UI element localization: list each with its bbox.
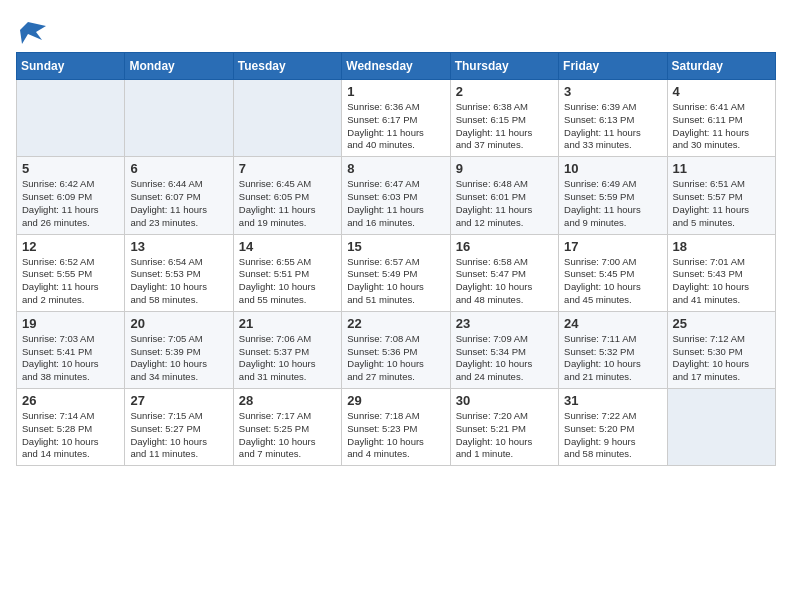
day-info: Sunrise: 7:11 AM Sunset: 5:32 PM Dayligh…	[564, 333, 661, 384]
calendar-table: SundayMondayTuesdayWednesdayThursdayFrid…	[16, 52, 776, 466]
calendar-cell: 8Sunrise: 6:47 AM Sunset: 6:03 PM Daylig…	[342, 157, 450, 234]
calendar-cell: 17Sunrise: 7:00 AM Sunset: 5:45 PM Dayli…	[559, 234, 667, 311]
day-info: Sunrise: 6:58 AM Sunset: 5:47 PM Dayligh…	[456, 256, 553, 307]
day-info: Sunrise: 7:06 AM Sunset: 5:37 PM Dayligh…	[239, 333, 336, 384]
calendar-header-row: SundayMondayTuesdayWednesdayThursdayFrid…	[17, 53, 776, 80]
calendar-cell: 20Sunrise: 7:05 AM Sunset: 5:39 PM Dayli…	[125, 311, 233, 388]
day-number: 25	[673, 316, 770, 331]
day-number: 9	[456, 161, 553, 176]
day-number: 12	[22, 239, 119, 254]
day-info: Sunrise: 7:01 AM Sunset: 5:43 PM Dayligh…	[673, 256, 770, 307]
calendar-week-0: 1Sunrise: 6:36 AM Sunset: 6:17 PM Daylig…	[17, 80, 776, 157]
calendar-cell: 24Sunrise: 7:11 AM Sunset: 5:32 PM Dayli…	[559, 311, 667, 388]
calendar-cell: 16Sunrise: 6:58 AM Sunset: 5:47 PM Dayli…	[450, 234, 558, 311]
day-number: 28	[239, 393, 336, 408]
calendar-cell: 29Sunrise: 7:18 AM Sunset: 5:23 PM Dayli…	[342, 389, 450, 466]
day-info: Sunrise: 7:03 AM Sunset: 5:41 PM Dayligh…	[22, 333, 119, 384]
calendar-cell	[233, 80, 341, 157]
calendar-cell: 15Sunrise: 6:57 AM Sunset: 5:49 PM Dayli…	[342, 234, 450, 311]
calendar-cell	[17, 80, 125, 157]
day-number: 27	[130, 393, 227, 408]
day-info: Sunrise: 7:12 AM Sunset: 5:30 PM Dayligh…	[673, 333, 770, 384]
calendar-cell: 12Sunrise: 6:52 AM Sunset: 5:55 PM Dayli…	[17, 234, 125, 311]
day-number: 31	[564, 393, 661, 408]
day-info: Sunrise: 7:15 AM Sunset: 5:27 PM Dayligh…	[130, 410, 227, 461]
calendar-cell: 30Sunrise: 7:20 AM Sunset: 5:21 PM Dayli…	[450, 389, 558, 466]
day-number: 23	[456, 316, 553, 331]
calendar-cell: 27Sunrise: 7:15 AM Sunset: 5:27 PM Dayli…	[125, 389, 233, 466]
day-number: 30	[456, 393, 553, 408]
calendar-cell: 14Sunrise: 6:55 AM Sunset: 5:51 PM Dayli…	[233, 234, 341, 311]
day-info: Sunrise: 7:18 AM Sunset: 5:23 PM Dayligh…	[347, 410, 444, 461]
calendar-cell: 10Sunrise: 6:49 AM Sunset: 5:59 PM Dayli…	[559, 157, 667, 234]
day-number: 1	[347, 84, 444, 99]
day-info: Sunrise: 6:52 AM Sunset: 5:55 PM Dayligh…	[22, 256, 119, 307]
day-number: 6	[130, 161, 227, 176]
calendar-cell: 6Sunrise: 6:44 AM Sunset: 6:07 PM Daylig…	[125, 157, 233, 234]
calendar-cell: 7Sunrise: 6:45 AM Sunset: 6:05 PM Daylig…	[233, 157, 341, 234]
day-number: 19	[22, 316, 119, 331]
header-saturday: Saturday	[667, 53, 775, 80]
calendar-cell: 4Sunrise: 6:41 AM Sunset: 6:11 PM Daylig…	[667, 80, 775, 157]
day-number: 18	[673, 239, 770, 254]
day-info: Sunrise: 6:38 AM Sunset: 6:15 PM Dayligh…	[456, 101, 553, 152]
day-info: Sunrise: 6:36 AM Sunset: 6:17 PM Dayligh…	[347, 101, 444, 152]
calendar-cell: 25Sunrise: 7:12 AM Sunset: 5:30 PM Dayli…	[667, 311, 775, 388]
logo-bird-icon	[18, 16, 46, 44]
calendar-cell	[125, 80, 233, 157]
day-number: 15	[347, 239, 444, 254]
day-number: 3	[564, 84, 661, 99]
header-wednesday: Wednesday	[342, 53, 450, 80]
header-monday: Monday	[125, 53, 233, 80]
calendar-cell: 1Sunrise: 6:36 AM Sunset: 6:17 PM Daylig…	[342, 80, 450, 157]
day-info: Sunrise: 6:47 AM Sunset: 6:03 PM Dayligh…	[347, 178, 444, 229]
day-number: 4	[673, 84, 770, 99]
day-number: 7	[239, 161, 336, 176]
day-info: Sunrise: 7:05 AM Sunset: 5:39 PM Dayligh…	[130, 333, 227, 384]
day-info: Sunrise: 7:17 AM Sunset: 5:25 PM Dayligh…	[239, 410, 336, 461]
day-number: 10	[564, 161, 661, 176]
day-number: 21	[239, 316, 336, 331]
day-number: 8	[347, 161, 444, 176]
calendar-cell: 26Sunrise: 7:14 AM Sunset: 5:28 PM Dayli…	[17, 389, 125, 466]
calendar-cell: 5Sunrise: 6:42 AM Sunset: 6:09 PM Daylig…	[17, 157, 125, 234]
header-tuesday: Tuesday	[233, 53, 341, 80]
calendar-cell: 11Sunrise: 6:51 AM Sunset: 5:57 PM Dayli…	[667, 157, 775, 234]
day-number: 26	[22, 393, 119, 408]
calendar-cell: 18Sunrise: 7:01 AM Sunset: 5:43 PM Dayli…	[667, 234, 775, 311]
day-info: Sunrise: 6:49 AM Sunset: 5:59 PM Dayligh…	[564, 178, 661, 229]
calendar-cell: 21Sunrise: 7:06 AM Sunset: 5:37 PM Dayli…	[233, 311, 341, 388]
day-number: 20	[130, 316, 227, 331]
calendar-cell: 3Sunrise: 6:39 AM Sunset: 6:13 PM Daylig…	[559, 80, 667, 157]
day-info: Sunrise: 6:44 AM Sunset: 6:07 PM Dayligh…	[130, 178, 227, 229]
calendar-cell: 22Sunrise: 7:08 AM Sunset: 5:36 PM Dayli…	[342, 311, 450, 388]
calendar-week-4: 26Sunrise: 7:14 AM Sunset: 5:28 PM Dayli…	[17, 389, 776, 466]
day-info: Sunrise: 6:39 AM Sunset: 6:13 PM Dayligh…	[564, 101, 661, 152]
day-info: Sunrise: 7:14 AM Sunset: 5:28 PM Dayligh…	[22, 410, 119, 461]
calendar-cell: 23Sunrise: 7:09 AM Sunset: 5:34 PM Dayli…	[450, 311, 558, 388]
calendar-cell: 19Sunrise: 7:03 AM Sunset: 5:41 PM Dayli…	[17, 311, 125, 388]
calendar-week-1: 5Sunrise: 6:42 AM Sunset: 6:09 PM Daylig…	[17, 157, 776, 234]
page-header	[16, 16, 776, 40]
calendar-cell	[667, 389, 775, 466]
calendar-week-3: 19Sunrise: 7:03 AM Sunset: 5:41 PM Dayli…	[17, 311, 776, 388]
day-info: Sunrise: 6:48 AM Sunset: 6:01 PM Dayligh…	[456, 178, 553, 229]
day-info: Sunrise: 7:00 AM Sunset: 5:45 PM Dayligh…	[564, 256, 661, 307]
day-info: Sunrise: 6:51 AM Sunset: 5:57 PM Dayligh…	[673, 178, 770, 229]
svg-marker-0	[20, 22, 46, 44]
day-info: Sunrise: 6:41 AM Sunset: 6:11 PM Dayligh…	[673, 101, 770, 152]
calendar-week-2: 12Sunrise: 6:52 AM Sunset: 5:55 PM Dayli…	[17, 234, 776, 311]
day-info: Sunrise: 7:09 AM Sunset: 5:34 PM Dayligh…	[456, 333, 553, 384]
day-info: Sunrise: 6:57 AM Sunset: 5:49 PM Dayligh…	[347, 256, 444, 307]
day-info: Sunrise: 7:22 AM Sunset: 5:20 PM Dayligh…	[564, 410, 661, 461]
calendar-cell: 13Sunrise: 6:54 AM Sunset: 5:53 PM Dayli…	[125, 234, 233, 311]
day-number: 29	[347, 393, 444, 408]
day-info: Sunrise: 6:54 AM Sunset: 5:53 PM Dayligh…	[130, 256, 227, 307]
day-number: 22	[347, 316, 444, 331]
day-info: Sunrise: 6:55 AM Sunset: 5:51 PM Dayligh…	[239, 256, 336, 307]
header-friday: Friday	[559, 53, 667, 80]
day-number: 24	[564, 316, 661, 331]
header-sunday: Sunday	[17, 53, 125, 80]
logo	[16, 16, 46, 40]
day-number: 17	[564, 239, 661, 254]
